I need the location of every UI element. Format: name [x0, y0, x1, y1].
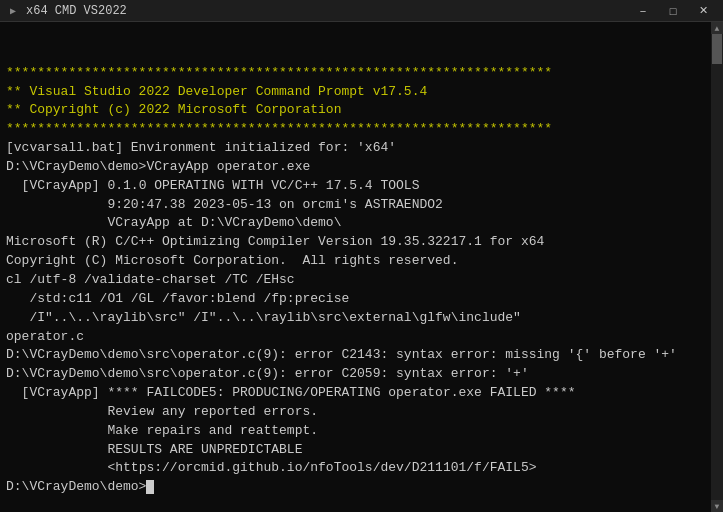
- terminal-line: ** Visual Studio 2022 Developer Command …: [6, 83, 705, 102]
- terminal-line: operator.c: [6, 328, 705, 347]
- terminal-line: cl /utf-8 /validate-charset /TC /EHsc: [6, 271, 705, 290]
- maximize-button[interactable]: □: [659, 2, 687, 20]
- terminal-line: Microsoft (R) C/C++ Optimizing Compiler …: [6, 233, 705, 252]
- scrollbar-down-arrow[interactable]: ▼: [711, 500, 723, 512]
- terminal-line: ****************************************…: [6, 64, 705, 83]
- terminal-line: ****************************************…: [6, 120, 705, 139]
- terminal-line: Copyright (C) Microsoft Corporation. All…: [6, 252, 705, 271]
- terminal: ****************************************…: [0, 22, 711, 512]
- scrollbar-up-arrow[interactable]: ▲: [711, 22, 723, 34]
- title-bar-icon: ▶: [6, 4, 20, 18]
- title-bar: ▶ x64 CMD VS2022 − □ ✕: [0, 0, 723, 22]
- minimize-button[interactable]: −: [629, 2, 657, 20]
- scrollbar-thumb[interactable]: [712, 34, 722, 64]
- terminal-line: D:\VCrayDemo\demo\src\operator.c(9): err…: [6, 346, 705, 365]
- terminal-line: Review any reported errors.: [6, 403, 705, 422]
- scrollbar[interactable]: ▲ ▼: [711, 22, 723, 512]
- terminal-line: RESULTS ARE UNPREDICTABLE: [6, 441, 705, 460]
- terminal-line: [vcvarsall.bat] Environment initialized …: [6, 139, 705, 158]
- cursor: [146, 480, 154, 494]
- terminal-line: /I"..\..\raylib\src" /I"..\..\raylib\src…: [6, 309, 705, 328]
- title-bar-title: x64 CMD VS2022: [26, 4, 127, 18]
- terminal-line: D:\VCrayDemo\demo\src\operator.c(9): err…: [6, 365, 705, 384]
- terminal-line: [VCrayApp] 0.1.0 OPERATING WITH VC/C++ 1…: [6, 177, 705, 196]
- terminal-line: D:\VCrayDemo\demo>VCrayApp operator.exe: [6, 158, 705, 177]
- terminal-line: Make repairs and reattempt.: [6, 422, 705, 441]
- terminal-line: /std:c11 /O1 /GL /favor:blend /fp:precis…: [6, 290, 705, 309]
- terminal-line: VCrayApp at D:\VCrayDemo\demo\: [6, 214, 705, 233]
- terminal-line: ** Copyright (c) 2022 Microsoft Corporat…: [6, 101, 705, 120]
- close-button[interactable]: ✕: [689, 2, 717, 20]
- terminal-line: D:\VCrayDemo\demo>: [6, 478, 705, 497]
- terminal-line: [VCrayApp] **** FAILCODE5: PRODUCING/OPE…: [6, 384, 705, 403]
- terminal-line: <https://orcmid.github.io/nfoTools/dev/D…: [6, 459, 705, 478]
- terminal-line: 9:20:47.38 2023-05-13 on orcmi's ASTRAEN…: [6, 196, 705, 215]
